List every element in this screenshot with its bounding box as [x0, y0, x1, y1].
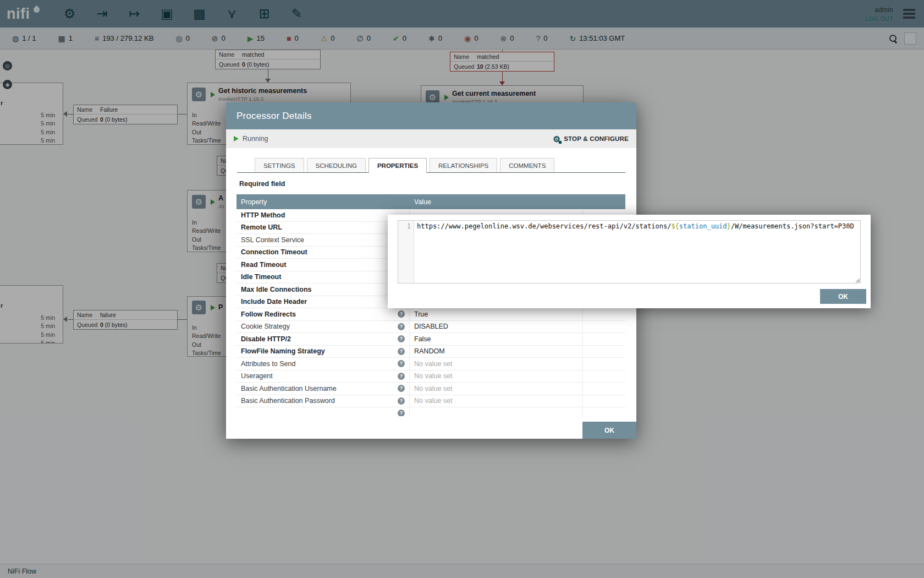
- property-name-cell: Include Date Header: [237, 296, 410, 308]
- property-row[interactable]: ?: [237, 407, 625, 416]
- property-extra-cell: [583, 346, 625, 358]
- property-value-cell[interactable]: DISABLED: [410, 321, 583, 333]
- property-extra-cell: [583, 333, 625, 345]
- property-name: Follow Redirects: [241, 310, 296, 318]
- property-name-cell: FlowFile Naming Strategy?: [237, 346, 410, 358]
- property-name-cell: Disable HTTP/2?: [237, 333, 410, 345]
- property-value-cell[interactable]: True: [410, 308, 583, 320]
- property-extra-cell: [583, 370, 625, 383]
- code-segment-plain: /W/measurements.json?start=P30D: [731, 222, 854, 230]
- property-extra-cell: [583, 407, 625, 416]
- property-name: Attributes to Send: [241, 360, 295, 368]
- property-row[interactable]: FlowFile Naming Strategy?RANDOM: [237, 346, 625, 358]
- dialog-title: Processor Details: [237, 111, 312, 122]
- property-name: Connection Timeout: [241, 248, 307, 256]
- property-name: Idle Timeout: [241, 273, 281, 281]
- value-column-header: Value: [410, 198, 583, 206]
- property-name-cell: Basic Authentication Password?: [237, 395, 410, 407]
- code-segment-bracket: }: [727, 222, 731, 230]
- code-segment-variable: station_uuid: [679, 222, 727, 230]
- help-icon[interactable]: ?: [398, 348, 405, 355]
- property-row[interactable]: Attributes to Send?No value set: [237, 358, 625, 370]
- property-name-cell: HTTP Method: [237, 209, 410, 221]
- property-name: Basic Authentication Password: [241, 397, 335, 405]
- tab-properties[interactable]: PROPERTIES: [369, 158, 427, 173]
- property-name-cell: Idle Timeout: [237, 271, 410, 283]
- help-icon[interactable]: ?: [398, 360, 405, 367]
- property-name: Useragent: [241, 372, 273, 380]
- property-name-cell: Cookie Strategy?: [237, 321, 410, 333]
- property-name-cell: Basic Authentication Username?: [237, 383, 410, 395]
- property-name: Cookie Strategy: [241, 323, 290, 330]
- tab-comments[interactable]: COMMENTS: [500, 158, 554, 172]
- editor-resize-handle[interactable]: [855, 278, 860, 282]
- dialog-tabs: SETTINGSSCHEDULINGPROPERTIESRELATIONSHIP…: [237, 156, 625, 173]
- property-value-cell[interactable]: No value set: [410, 358, 583, 370]
- run-status-label: Running: [243, 135, 268, 143]
- property-row[interactable]: Basic Authentication Username?No value s…: [237, 383, 625, 395]
- property-name-cell: Max Idle Connections: [237, 283, 410, 296]
- property-row[interactable]: Basic Authentication Password?No value s…: [237, 395, 625, 408]
- help-icon[interactable]: ?: [398, 385, 405, 392]
- property-name: Disable HTTP/2: [241, 335, 291, 343]
- property-value-cell[interactable]: No value set: [410, 383, 583, 395]
- editor-ok-button[interactable]: OK: [820, 289, 866, 304]
- help-icon[interactable]: ?: [398, 373, 405, 380]
- line-number: 1: [407, 222, 411, 230]
- property-row[interactable]: Cookie Strategy?DISABLED: [237, 321, 625, 334]
- property-name: HTTP Method: [241, 211, 285, 219]
- property-extra-cell: [583, 308, 625, 320]
- property-value-cell[interactable]: No value set: [410, 395, 583, 407]
- property-extra-cell: [583, 358, 625, 370]
- value-editor-popup: 1 https://www.pegelonline.wsv.de/webserv…: [388, 215, 871, 308]
- property-value-cell[interactable]: No value set: [410, 370, 583, 383]
- help-icon[interactable]: ?: [398, 410, 405, 416]
- property-name: Remote URL: [241, 223, 282, 231]
- required-field-note: Required field: [239, 180, 285, 188]
- code-segment-bracket: ${: [671, 222, 679, 230]
- code-segment-plain: https://www.pegelonline.wsv.de/webservic…: [417, 222, 671, 230]
- property-name-cell: ?: [237, 407, 410, 416]
- property-name-cell: Read Timeout: [237, 259, 410, 271]
- property-row[interactable]: Disable HTTP/2?False: [237, 333, 625, 346]
- property-name: FlowFile Naming Strategy: [241, 347, 325, 355]
- editor-code-line[interactable]: https://www.pegelonline.wsv.de/webservic…: [414, 221, 855, 283]
- property-row[interactable]: Follow Redirects?True: [237, 308, 625, 321]
- property-name: Max Idle Connections: [241, 286, 312, 293]
- help-icon[interactable]: ?: [398, 335, 405, 342]
- property-name-cell: Useragent?: [237, 370, 410, 383]
- property-extra-cell: [583, 321, 625, 333]
- property-name-cell: Connection Timeout: [237, 247, 410, 259]
- help-icon[interactable]: ?: [398, 397, 405, 405]
- property-extra-cell: [583, 383, 625, 395]
- property-value-cell[interactable]: RANDOM: [410, 346, 583, 358]
- property-name-cell: Attributes to Send?: [237, 358, 410, 370]
- property-name: Read Timeout: [241, 261, 286, 269]
- dialog-status-bar: Running ⚙ STOP & CONFIGURE: [226, 129, 636, 148]
- tab-settings[interactable]: SETTINGS: [255, 158, 304, 172]
- value-editor[interactable]: 1 https://www.pegelonline.wsv.de/webserv…: [398, 220, 861, 283]
- help-icon[interactable]: ?: [398, 310, 405, 318]
- dialog-header: Processor Details: [226, 102, 636, 129]
- property-value-cell[interactable]: [410, 407, 583, 416]
- property-name: SSL Context Service: [241, 236, 304, 244]
- editor-gutter: 1: [398, 221, 414, 283]
- tab-scheduling[interactable]: SCHEDULING: [307, 158, 366, 172]
- stop-and-configure-button[interactable]: ⚙ STOP & CONFIGURE: [553, 135, 629, 143]
- property-name-cell: Follow Redirects?: [237, 308, 410, 320]
- help-icon[interactable]: ?: [398, 323, 405, 330]
- stop-configure-icon: ⚙: [553, 135, 561, 143]
- stop-configure-label: STOP & CONFIGURE: [564, 135, 629, 142]
- properties-table-header: Property Value: [237, 194, 625, 209]
- tab-relationships[interactable]: RELATIONSHIPS: [430, 158, 497, 172]
- running-status-icon: [234, 136, 239, 141]
- property-name-cell: SSL Context Service: [237, 234, 410, 246]
- property-row[interactable]: Useragent?No value set: [237, 370, 625, 383]
- property-name: Include Date Header: [241, 298, 307, 306]
- property-column-header: Property: [237, 198, 410, 206]
- property-name: Basic Authentication Username: [241, 385, 337, 392]
- property-value-cell[interactable]: False: [410, 333, 583, 345]
- property-name-cell: Remote URL: [237, 222, 410, 234]
- dialog-ok-button[interactable]: OK: [582, 422, 636, 439]
- property-extra-cell: [583, 395, 625, 407]
